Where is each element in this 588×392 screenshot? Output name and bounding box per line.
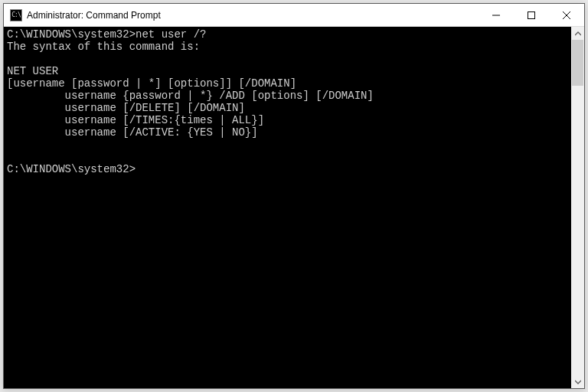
maximize-button[interactable] [514,4,549,26]
prompt-1: C:\WINDOWS\system32> [7,28,136,41]
output-line: username {password | *} /ADD [options] [… [7,90,374,102]
scroll-down-button[interactable] [571,375,584,388]
chevron-up-icon [575,31,581,37]
window-title: Administrator: Command Prompt [27,10,161,21]
terminal-output[interactable]: C:\WINDOWS\system32>net user /? The synt… [4,27,571,388]
scroll-up-button[interactable] [571,27,584,40]
app-icon: C:\ [10,9,22,21]
output-line: username [/ACTIVE: {YES | NO}] [7,126,258,139]
vertical-scrollbar[interactable] [571,27,584,388]
chevron-down-icon [575,379,581,385]
output-line: username [/TIMES:{times | ALL}] [7,114,264,126]
svg-rect-1 [528,11,535,18]
window-controls [479,4,584,26]
prompt-2: C:\WINDOWS\system32> [7,163,136,175]
output-line: [username [password | *] [options]] [/DO… [7,77,296,90]
output-line: The syntax of this command is: [7,41,200,53]
scrollbar-thumb[interactable] [572,40,583,86]
scrollbar-track[interactable] [571,40,584,375]
titlebar[interactable]: C:\ Administrator: Command Prompt [4,4,584,27]
output-line: NET USER [7,65,58,77]
minimize-icon [492,11,500,19]
close-icon [563,11,570,19]
output-line: username [/DELETE] [/DOMAIN] [7,102,245,114]
command-prompt-window: C:\ Administrator: Command Prompt C:\WIN… [3,3,585,389]
minimize-button[interactable] [479,4,514,26]
client-area: C:\WINDOWS\system32>net user /? The synt… [4,27,584,388]
maximize-icon [528,11,535,19]
command-input-1: net user /? [136,28,206,41]
close-button[interactable] [549,4,584,26]
